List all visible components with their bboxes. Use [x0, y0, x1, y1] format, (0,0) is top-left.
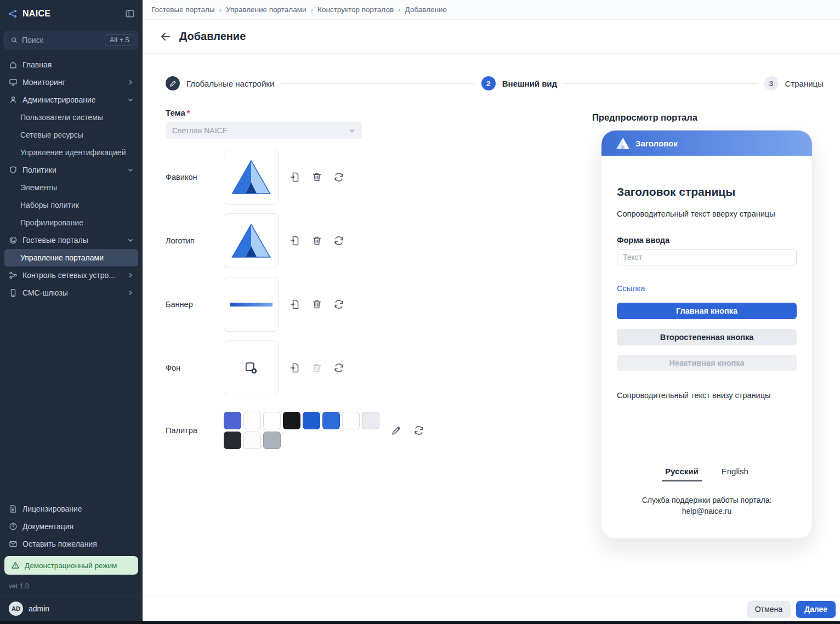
background-preview-empty: [224, 341, 279, 395]
portal-preview-header: Заголовок: [601, 131, 812, 156]
monitor-icon: [9, 78, 18, 87]
avatar: AD: [9, 602, 23, 616]
refresh-icon[interactable]: [333, 299, 344, 310]
sidebar-item-elements[interactable]: Элементы: [4, 179, 138, 196]
breadcrumb-separator: ›: [219, 5, 222, 14]
edit-palette-icon[interactable]: [391, 425, 402, 436]
sidebar-item-network-device-control[interactable]: Контроль сетевых устро...: [4, 266, 138, 284]
cancel-button[interactable]: Отмена: [747, 601, 791, 618]
delete-icon[interactable]: [311, 235, 322, 246]
portal-primary-button[interactable]: Главная кнопка: [617, 303, 797, 319]
breadcrumb-separator: ›: [311, 5, 314, 14]
upload-icon[interactable]: [290, 299, 300, 310]
refresh-icon[interactable]: [333, 235, 344, 246]
sidebar-item-policies[interactable]: Политики: [4, 161, 138, 179]
sidebar-search[interactable]: Alt + S: [4, 31, 138, 49]
step-label: Внешний вид: [502, 79, 557, 88]
step-connector: [281, 83, 474, 84]
search-icon: [10, 36, 18, 44]
logo-label: Логотип: [166, 236, 224, 245]
breadcrumb: Гостевые порталы › Управление порталами …: [143, 0, 840, 20]
portal-support: Служба поддержки работы портала: help@na…: [617, 495, 797, 517]
breadcrumb-item[interactable]: Конструктор порталов: [317, 5, 394, 14]
sidebar-item-label: Гостевые порталы: [22, 236, 88, 245]
portal-preview-body: Заголовок страницы Сопроводительный текс…: [601, 156, 812, 517]
step-global-settings[interactable]: Глобальные настройки: [166, 76, 274, 90]
sidebar-item-administration[interactable]: Администрирование: [4, 91, 138, 109]
sidebar-item-monitoring[interactable]: Мониторинг: [4, 73, 138, 91]
refresh-icon[interactable]: [333, 172, 344, 183]
background-row: Фон: [166, 341, 344, 395]
color-swatch: [303, 412, 320, 429]
step-label: Страницы: [785, 79, 824, 88]
color-swatch: [263, 412, 281, 429]
home-icon: [9, 60, 18, 69]
sidebar-item-home[interactable]: Главная: [4, 56, 138, 73]
portal-text-input[interactable]: [617, 249, 797, 265]
language-tabs: Русский English: [617, 464, 797, 481]
sidebar-item-policy-sets[interactable]: Наборы политик: [4, 196, 138, 214]
support-email: help@naice.ru: [617, 506, 797, 517]
delete-icon[interactable]: [311, 172, 322, 183]
next-button[interactable]: Далее: [796, 601, 836, 618]
sidebar-item-label: СМС-шлюзы: [22, 288, 68, 297]
upload-icon[interactable]: [290, 235, 300, 246]
naice-logo-icon: [8, 9, 18, 19]
sidebar-item-network-resources[interactable]: Сетевые ресурсы: [4, 126, 138, 144]
stepper: Глобальные настройки 2 Внешний вид 3 Стр…: [166, 76, 824, 90]
color-swatch: [243, 432, 261, 449]
sidebar-item-guest-portals[interactable]: Гостевые порталы: [4, 231, 138, 249]
theme-label-text: Тема: [166, 108, 185, 117]
step-pages[interactable]: 3 Страницы: [764, 76, 824, 90]
breadcrumb-item[interactable]: Гостевые порталы: [151, 5, 215, 14]
tab-english[interactable]: English: [718, 464, 752, 481]
palette-row: Палитра: [166, 412, 424, 449]
preview-title: Предпросмотр портала: [592, 112, 697, 123]
favicon-row: Фавикон: [166, 150, 344, 205]
sidebar-collapse-icon[interactable]: [125, 9, 135, 19]
upload-icon[interactable]: [290, 172, 300, 183]
sidebar-item-sms-gateways[interactable]: СМС-шлюзы: [4, 284, 138, 302]
portal-link[interactable]: Ссылка: [617, 284, 645, 293]
demo-mode-label: Демонстрационный режим: [25, 561, 117, 570]
search-input[interactable]: [22, 36, 101, 44]
sidebar-item-label: Профилирование: [20, 218, 83, 227]
sidebar-item-identity-management[interactable]: Управление идентификацией: [4, 144, 138, 161]
breadcrumb-item[interactable]: Управление порталами: [226, 5, 307, 14]
refresh-icon[interactable]: [413, 425, 424, 436]
step-number: 3: [764, 76, 779, 90]
color-swatch: [263, 432, 281, 449]
naice-triangle-logo: [231, 223, 271, 259]
sidebar-item-label: Документация: [22, 522, 73, 531]
color-swatch: [322, 412, 340, 429]
sidebar-item-label: Контроль сетевых устро...: [22, 271, 115, 280]
phone-icon: [9, 288, 18, 297]
chevron-right-icon: [127, 79, 134, 86]
banner-label: Баннер: [166, 300, 224, 309]
step-appearance[interactable]: 2 Внешний вид: [481, 76, 557, 90]
upload-icon[interactable]: [290, 362, 300, 373]
network-icon: [9, 271, 18, 280]
tab-russian[interactable]: Русский: [662, 464, 702, 481]
background-label: Фон: [166, 364, 224, 372]
back-arrow-icon[interactable]: [160, 31, 171, 42]
warning-icon: [11, 561, 20, 570]
bottom-strip: [0, 621, 840, 624]
user-row[interactable]: AD admin: [0, 597, 143, 621]
delete-icon[interactable]: [311, 299, 322, 310]
refresh-icon[interactable]: [333, 362, 344, 373]
sidebar-item-profiling[interactable]: Профилирование: [4, 214, 138, 231]
sidebar-item-licensing[interactable]: Лицензирование: [4, 500, 138, 518]
app-version: ver 1.0: [4, 580, 138, 597]
palette-swatches: [224, 412, 379, 449]
sidebar-item-system-users[interactable]: Пользователи системы: [4, 109, 138, 126]
breadcrumb-item-current: Добавление: [405, 5, 447, 14]
theme-select[interactable]: Светлая NAICE: [166, 122, 362, 139]
app-window: NAICE Alt + S Главная Мониторинг: [0, 0, 840, 624]
portal-secondary-button[interactable]: Второстепенная кнопка: [617, 329, 797, 345]
color-swatch: [283, 412, 300, 429]
sidebar-item-feedback[interactable]: Оставить пожелания: [4, 535, 138, 553]
sidebar-item-documentation[interactable]: Документация: [4, 518, 138, 535]
sidebar-item-portal-management[interactable]: Управление порталами: [4, 249, 138, 266]
breadcrumb-separator: ›: [398, 5, 401, 14]
